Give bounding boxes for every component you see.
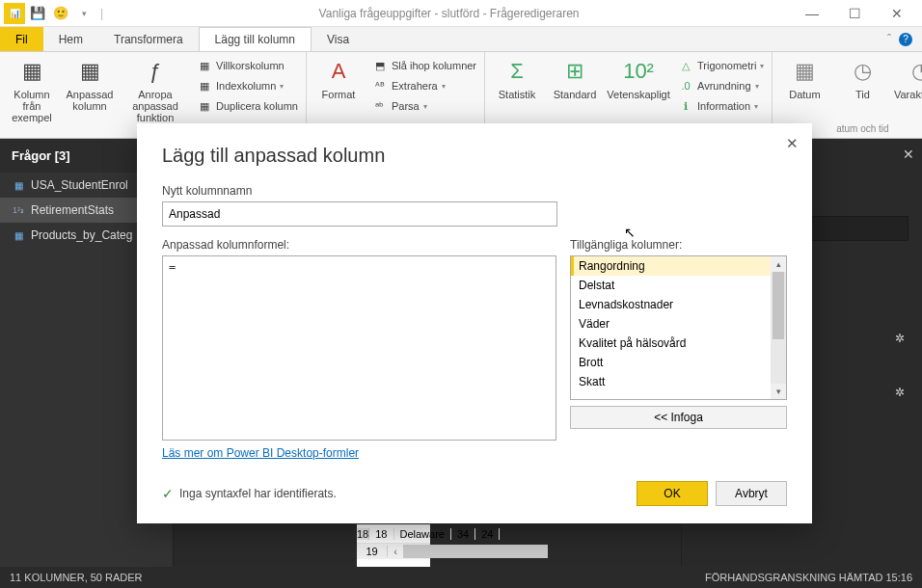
custom-column-dialog: ✕ Lägg till anpassad kolumn Nytt kolumnn… — [137, 123, 812, 523]
list-scrollbar[interactable]: ▴ ▾ — [771, 256, 786, 399]
insert-button[interactable]: << Infoga — [570, 406, 787, 429]
dialog-close-button[interactable]: ✕ — [786, 135, 799, 152]
check-icon: ✓ — [162, 486, 174, 501]
information-button[interactable]: ℹInformation▾ — [676, 96, 766, 116]
table-row[interactable]: 18 18 Delaware 34 24 — [357, 524, 430, 544]
duration-icon: ◔ — [905, 56, 922, 87]
status-right: FÖRHANDSGRANSKNING HÄMTAD 15:16 — [705, 572, 912, 583]
sigma-icon: Σ — [502, 56, 532, 87]
collapse-ribbon-icon[interactable]: ˆ — [887, 33, 891, 46]
learn-more-link[interactable]: Läs mer om Power BI Desktop-formler — [162, 446, 556, 460]
extract-icon: ᴬᴮ — [372, 78, 388, 94]
formula-input[interactable]: = — [162, 255, 556, 441]
info-icon: ℹ — [678, 98, 693, 114]
available-column-item[interactable]: Delstat — [571, 276, 786, 295]
status-left: 11 KOLUMNER, 50 RADER — [10, 572, 143, 583]
date-button[interactable]: ▦Datum — [778, 56, 830, 100]
gear-icon[interactable]: ✲ — [895, 386, 905, 399]
new-column-input[interactable] — [162, 201, 557, 227]
scroll-up-icon[interactable]: ▴ — [771, 256, 786, 272]
number-icon: 1²₃ — [12, 203, 25, 217]
available-columns-label: Tillgängliga kolumner: — [570, 238, 787, 252]
tab-transform[interactable]: Transformera — [98, 27, 199, 51]
syntax-status: ✓ Inga syntaxfel har identifierats. — [162, 486, 337, 501]
duplicate-column-button[interactable]: ▦Duplicera kolumn — [195, 96, 300, 116]
conditional-column-button[interactable]: ▦Villkorskolumn — [195, 56, 300, 75]
format-button[interactable]: A Format — [312, 56, 365, 100]
scroll-down-icon[interactable]: ▾ — [771, 384, 786, 399]
window-title: Vanliga frågeuppgifter - slutförd - Fråg… — [107, 7, 791, 20]
table-icon: ▦ — [12, 228, 25, 242]
round-icon: .0 — [678, 78, 693, 94]
fx-icon: ƒ — [140, 56, 171, 87]
available-column-item[interactable]: Rangordning — [571, 256, 786, 276]
available-column-item[interactable]: Skatt — [571, 372, 786, 391]
parse-icon: ᵃᵇ — [372, 98, 388, 114]
table-preview: 18 18 Delaware 34 24 19 ‹ › — [357, 524, 430, 567]
merge-columns-button[interactable]: ⬒Slå ihop kolumner — [370, 56, 478, 75]
condition-icon: ▦ — [197, 58, 212, 73]
new-column-label: Nytt kolumnnamn — [162, 184, 787, 198]
custom-column-button[interactable]: ▦ Anpassad kolumn — [64, 56, 116, 112]
scroll-left-icon[interactable]: ‹ — [388, 546, 403, 557]
tab-home[interactable]: Hem — [43, 27, 98, 51]
available-column-item[interactable]: Brott — [571, 353, 786, 372]
help-icon[interactable]: ? — [899, 33, 912, 46]
gear-icon[interactable]: ✲ — [895, 332, 905, 345]
calendar-icon: ▦ — [789, 56, 820, 87]
scientific-button[interactable]: 10²Vetenskapligt — [607, 56, 670, 100]
formula-label: Anpassad kolumnformel: — [162, 238, 556, 252]
table-star-icon: ▦ — [74, 56, 105, 87]
trig-icon: △ — [678, 58, 693, 73]
index-column-button[interactable]: ▦Indexkolumn▾ — [195, 76, 300, 95]
tab-add-column[interactable]: Lägg till kolumn — [199, 27, 312, 51]
app-icon: 📊 — [4, 3, 25, 24]
available-columns-list: Rangordning Delstat Levnadskostnader Väd… — [570, 255, 787, 400]
statistics-button[interactable]: ΣStatistik — [491, 56, 543, 100]
table-icon: ▦ — [16, 56, 47, 87]
dialog-title: Lägg till anpassad kolumn — [162, 145, 787, 167]
duplicate-icon: ▦ — [197, 98, 212, 114]
ribbon-tabs: Fil Hem Transformera Lägg till kolumn Vi… — [0, 27, 922, 52]
merge-icon: ⬒ — [372, 58, 388, 73]
tab-help-area: ˆ ? — [878, 27, 922, 51]
ok-button[interactable]: OK — [637, 481, 708, 506]
time-button[interactable]: ◷Tid — [836, 56, 888, 100]
available-column-item[interactable]: Kvalitet på hälsovård — [571, 334, 786, 353]
duration-button[interactable]: ◔Varaktighet — [894, 56, 922, 100]
emoji-icon[interactable]: 🙂 — [50, 3, 71, 24]
table-icon: ▦ — [12, 178, 25, 192]
available-column-item[interactable]: Levnadskostnader — [571, 295, 786, 314]
tab-view[interactable]: Visa — [312, 27, 365, 51]
rounding-button[interactable]: .0Avrundning▾ — [676, 76, 766, 95]
window-controls: — ☐ ✕ — [791, 0, 918, 27]
quick-access-toolbar: 📊 💾 🙂 ▾ | — [4, 3, 107, 24]
cancel-button[interactable]: Avbryt — [716, 481, 787, 506]
dropdown-icon[interactable]: ▾ — [73, 3, 95, 24]
clock-icon: ◷ — [847, 56, 878, 87]
parse-button[interactable]: ᵃᵇParsa▾ — [370, 96, 478, 116]
column-from-example-button[interactable]: ▦ Kolumn från exempel — [6, 56, 58, 123]
format-icon: A — [323, 56, 354, 87]
statusbar: 11 KOLUMNER, 50 RADER FÖRHANDSGRANSKNING… — [0, 567, 922, 588]
horizontal-scrollbar[interactable]: 19 ‹ › — [357, 544, 430, 559]
titlebar: 📊 💾 🙂 ▾ | Vanliga frågeuppgifter - slutf… — [0, 0, 922, 27]
trig-button[interactable]: △Trigonometri▾ — [676, 56, 766, 75]
calc-icon: ⊞ — [559, 56, 590, 87]
exponent-icon: 10² — [623, 56, 654, 87]
tab-file[interactable]: Fil — [0, 27, 43, 51]
extract-button[interactable]: ᴬᴮExtrahera▾ — [370, 76, 478, 95]
available-column-item[interactable]: Väder — [571, 314, 786, 334]
minimize-button[interactable]: — — [791, 0, 833, 27]
save-icon[interactable]: 💾 — [27, 3, 48, 24]
close-button[interactable]: ✕ — [876, 0, 918, 27]
maximize-button[interactable]: ☐ — [833, 0, 876, 27]
invoke-function-button[interactable]: ƒ Anropa anpassad funktion — [122, 56, 189, 123]
standard-button[interactable]: ⊞Standard — [549, 56, 601, 100]
index-icon: ▦ — [197, 78, 212, 94]
